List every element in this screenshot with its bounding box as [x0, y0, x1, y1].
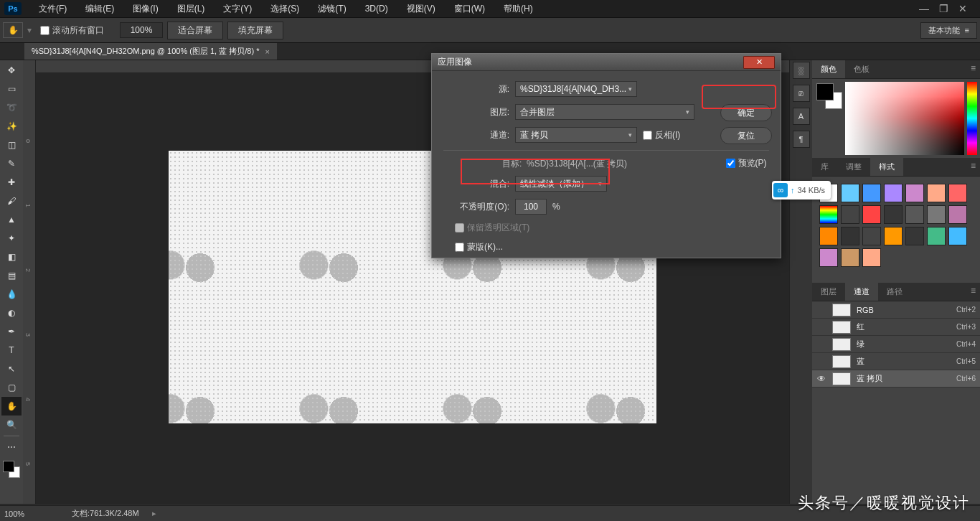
style-swatch[interactable]	[948, 205, 967, 224]
tool-type[interactable]: T	[1, 341, 22, 360]
tool-pen[interactable]: ✒	[1, 322, 22, 341]
menu-help[interactable]: 帮助(H)	[495, 0, 542, 18]
color-swatches[interactable]	[1, 461, 22, 481]
hand-tool-icon[interactable]: ✋	[3, 22, 23, 38]
foreground-color[interactable]	[3, 461, 14, 472]
style-swatch[interactable]	[862, 227, 881, 245]
status-zoom[interactable]: 100%	[4, 510, 59, 518]
window-close[interactable]: ✕	[958, 3, 967, 14]
preview-checkbox[interactable]: 预览(P)	[726, 157, 767, 169]
style-swatch[interactable]	[884, 227, 903, 245]
tool-path-select[interactable]: ↖	[1, 360, 22, 378]
hue-strip[interactable]	[967, 82, 977, 155]
style-swatch[interactable]	[841, 184, 859, 202]
tool-edit-toolbar[interactable]: ⋯	[1, 438, 22, 456]
channel-row[interactable]: 👁 红 Ctrl+3	[812, 319, 980, 336]
menu-type[interactable]: 文字(Y)	[215, 0, 260, 18]
style-swatch[interactable]	[841, 248, 859, 267]
panel-menu-icon[interactable]: ≡	[966, 283, 980, 301]
channel-row[interactable]: 👁 蓝 拷贝 Ctrl+6	[812, 370, 980, 388]
channel-row[interactable]: 👁 绿 Ctrl+4	[812, 336, 980, 353]
style-swatch[interactable]	[819, 227, 838, 245]
style-swatch[interactable]	[819, 248, 838, 267]
visibility-icon[interactable]: 👁	[816, 374, 826, 384]
fill-screen-button[interactable]: 填充屏幕	[227, 22, 283, 39]
tool-dodge[interactable]: ◐	[1, 304, 22, 322]
style-swatch[interactable]	[884, 184, 903, 202]
fit-screen-button[interactable]: 适合屏幕	[167, 22, 223, 39]
menu-image[interactable]: 图像(I)	[124, 0, 166, 18]
zoom-input[interactable]: 100%	[120, 22, 163, 38]
tool-marquee[interactable]: ▭	[1, 80, 22, 98]
tool-blur[interactable]: 💧	[1, 285, 22, 304]
tool-shape[interactable]: ▢	[1, 378, 22, 397]
style-swatch[interactable]	[927, 205, 946, 224]
tab-library[interactable]: 库	[812, 158, 837, 176]
style-swatch[interactable]	[948, 184, 967, 202]
tool-hand[interactable]: ✋	[1, 397, 22, 416]
tool-move[interactable]: ✥	[1, 61, 22, 80]
style-swatch[interactable]	[862, 248, 881, 267]
tool-gradient[interactable]: ▤	[1, 266, 22, 285]
style-swatch[interactable]	[905, 227, 924, 245]
ok-button[interactable]: 确定	[720, 104, 772, 121]
tab-adjustments[interactable]: 调整	[837, 158, 870, 176]
menu-layer[interactable]: 图层(L)	[169, 0, 214, 18]
style-swatch[interactable]	[927, 227, 946, 245]
tab-styles[interactable]: 样式	[870, 158, 903, 176]
tab-paths[interactable]: 路径	[878, 283, 911, 301]
invert-checkbox[interactable]: 反相(I)	[643, 129, 680, 141]
dialog-close-button[interactable]: ✕	[743, 56, 775, 69]
menu-window[interactable]: 窗口(W)	[446, 0, 494, 18]
menu-3d[interactable]: 3D(D)	[357, 1, 397, 17]
window-maximize[interactable]: ❐	[939, 3, 948, 14]
document-tab[interactable]: %SD}31J8[4{A[N4Q_DH32OM.png @ 100% (图层 1…	[24, 43, 277, 60]
channel-select[interactable]: 蓝 拷贝▾	[515, 127, 637, 143]
tool-crop[interactable]: ◫	[1, 136, 22, 154]
tab-color[interactable]: 颜色	[812, 60, 845, 78]
style-swatch[interactable]	[905, 205, 924, 224]
style-swatch[interactable]	[819, 205, 838, 224]
tab-channels[interactable]: 通道	[845, 283, 878, 301]
tab-swatches[interactable]: 色板	[845, 60, 878, 78]
color-spectrum[interactable]	[845, 82, 964, 155]
opacity-input[interactable]: 100	[515, 199, 547, 215]
menu-select[interactable]: 选择(S)	[262, 0, 308, 18]
tab-layers[interactable]: 图层	[812, 283, 845, 301]
scroll-all-checkbox[interactable]: 滚动所有窗口	[36, 24, 108, 37]
history-panel-icon[interactable]: ░	[793, 62, 810, 79]
style-swatch[interactable]	[862, 205, 881, 224]
style-swatch[interactable]	[841, 205, 859, 224]
character-panel-icon[interactable]: A	[793, 108, 810, 125]
panel-menu-icon[interactable]: ≡	[966, 60, 980, 78]
tool-eraser[interactable]: ◧	[1, 248, 22, 266]
reset-button[interactable]: 复位	[720, 127, 772, 144]
color-fg-swatch[interactable]	[816, 83, 834, 100]
properties-panel-icon[interactable]: ⎚	[793, 85, 810, 102]
panel-menu-icon[interactable]: ≡	[966, 158, 980, 176]
style-swatch[interactable]	[948, 227, 967, 245]
tool-zoom[interactable]: 🔍	[1, 416, 22, 434]
blend-select[interactable]: 线性减淡（添加）▾	[515, 176, 607, 192]
tool-wand[interactable]: ✨	[1, 117, 22, 136]
layer-select[interactable]: 合并图层▾	[515, 104, 694, 120]
dialog-titlebar[interactable]: 应用图像 ✕	[432, 54, 781, 71]
color-panel[interactable]	[812, 79, 980, 158]
channel-row[interactable]: 👁 RGB Ctrl+2	[812, 301, 980, 319]
tool-history-brush[interactable]: ✦	[1, 229, 22, 248]
menu-edit[interactable]: 编辑(E)	[77, 0, 123, 18]
style-swatch[interactable]	[905, 184, 924, 202]
style-swatch[interactable]	[841, 227, 859, 245]
workspace-switcher[interactable]: 基本功能 ≡	[920, 22, 977, 39]
tool-heal[interactable]: ✚	[1, 173, 22, 192]
style-swatch[interactable]	[862, 184, 881, 202]
tool-stamp[interactable]: ▲	[1, 210, 22, 229]
tool-lasso[interactable]: ➰	[1, 98, 22, 117]
channel-row[interactable]: 👁 蓝 Ctrl+5	[812, 353, 980, 370]
close-tab-icon[interactable]: ×	[265, 47, 269, 56]
mask-checkbox[interactable]: 蒙版(K)...	[455, 241, 503, 253]
style-swatch[interactable]	[884, 205, 903, 224]
menu-file[interactable]: 文件(F)	[30, 0, 75, 18]
menu-filter[interactable]: 滤镜(T)	[309, 0, 354, 18]
tool-eyedropper[interactable]: ✎	[1, 154, 22, 173]
